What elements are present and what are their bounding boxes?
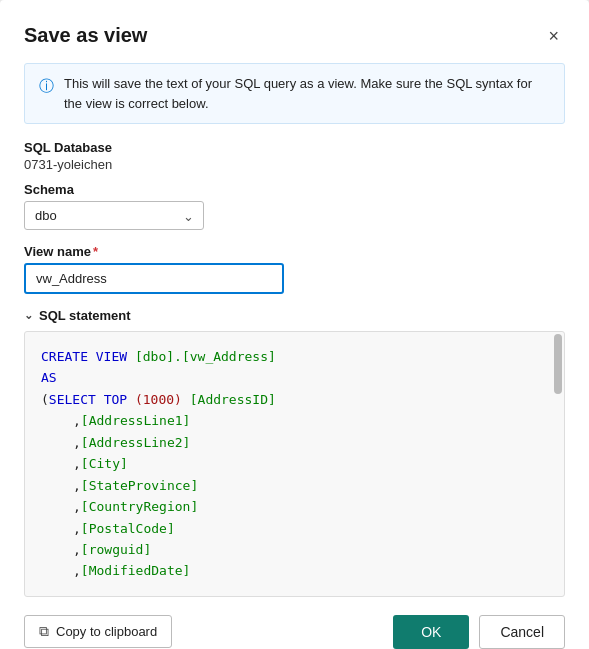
comma-1: , bbox=[73, 413, 81, 428]
sql-line-9: ,[PostalCode] bbox=[41, 518, 548, 539]
view-name-label: View name* bbox=[24, 244, 565, 259]
keyword-view: VIEW bbox=[96, 349, 127, 364]
ident-view: [dbo].[vw_Address] bbox=[135, 349, 276, 364]
ok-button[interactable]: OK bbox=[393, 615, 469, 649]
sql-section-header[interactable]: ⌄ SQL statement bbox=[24, 308, 565, 323]
sql-code-box: CREATE VIEW [dbo].[vw_Address] AS (SELEC… bbox=[24, 331, 565, 597]
sql-line-5: ,[AddressLine2] bbox=[41, 432, 548, 453]
save-as-view-dialog: Save as view × ⓘ This will save the text… bbox=[0, 0, 589, 649]
copy-icon: ⧉ bbox=[39, 623, 49, 640]
comma-6: , bbox=[73, 521, 81, 536]
comma-8: , bbox=[73, 563, 81, 578]
schema-select[interactable]: dbo guest sys bbox=[24, 201, 204, 230]
comma-5: , bbox=[73, 499, 81, 514]
sql-line-1: CREATE VIEW [dbo].[vw_Address] bbox=[41, 346, 548, 367]
sql-line-7: ,[StateProvince] bbox=[41, 475, 548, 496]
keyword-select: SELECT bbox=[49, 392, 96, 407]
schema-label: Schema bbox=[24, 182, 565, 197]
schema-select-wrapper: dbo guest sys ⌄ bbox=[24, 201, 204, 230]
sql-line-8: ,[CountryRegion] bbox=[41, 496, 548, 517]
dialog-header: Save as view × bbox=[24, 24, 565, 47]
scrollbar[interactable] bbox=[554, 334, 562, 394]
comma-7: , bbox=[73, 542, 81, 557]
action-buttons: OK Cancel bbox=[393, 615, 565, 649]
view-name-input[interactable] bbox=[24, 263, 284, 294]
dialog-footer: ⧉ Copy to clipboard OK Cancel bbox=[24, 615, 565, 649]
comma-2: , bbox=[73, 435, 81, 450]
keyword-create: CREATE bbox=[41, 349, 88, 364]
keyword-top: TOP bbox=[104, 392, 127, 407]
comma-3: , bbox=[73, 456, 81, 471]
info-text: This will save the text of your SQL quer… bbox=[64, 74, 550, 113]
sql-line-4: ,[AddressLine1] bbox=[41, 410, 548, 431]
sql-line-6: ,[City] bbox=[41, 453, 548, 474]
comma-4: , bbox=[73, 478, 81, 493]
db-value: 0731-yoleichen bbox=[24, 157, 565, 172]
sql-line-2: AS bbox=[41, 367, 548, 388]
copy-to-clipboard-button[interactable]: ⧉ Copy to clipboard bbox=[24, 615, 172, 648]
info-icon: ⓘ bbox=[39, 75, 54, 98]
cancel-button[interactable]: Cancel bbox=[479, 615, 565, 649]
paren-open: ( bbox=[41, 392, 49, 407]
sql-line-10: ,[rowguid] bbox=[41, 539, 548, 560]
chevron-down-icon: ⌄ bbox=[24, 309, 33, 322]
required-star: * bbox=[93, 244, 98, 259]
sql-section-label: SQL statement bbox=[39, 308, 131, 323]
close-button[interactable]: × bbox=[542, 25, 565, 47]
dialog-title: Save as view bbox=[24, 24, 147, 47]
keyword-as: AS bbox=[41, 370, 57, 385]
num-1000: (1000) bbox=[135, 392, 182, 407]
info-box: ⓘ This will save the text of your SQL qu… bbox=[24, 63, 565, 124]
copy-label: Copy to clipboard bbox=[56, 624, 157, 639]
db-label: SQL Database bbox=[24, 140, 565, 155]
sql-line-3: (SELECT TOP (1000) [AddressID] bbox=[41, 389, 548, 410]
sql-line-11: ,[ModifiedDate] bbox=[41, 560, 548, 581]
ident-addressid: [AddressID] bbox=[190, 392, 276, 407]
